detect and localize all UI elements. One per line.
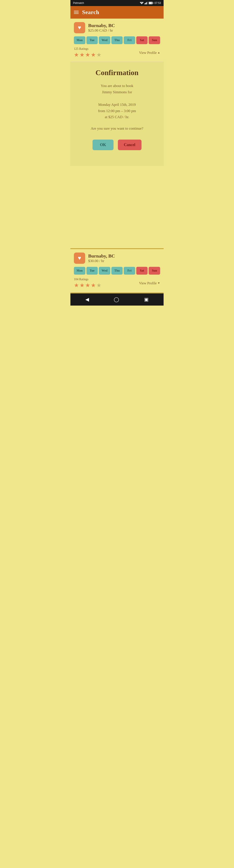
card-1-ratings-left: 125 Ratings ★ ★ ★ ★ ★ xyxy=(74,47,101,58)
card2-star-4: ★ xyxy=(91,282,96,289)
card-1-info: Burnaby, BC $25.00 CAD / hr xyxy=(88,23,115,33)
card-1-view-profile-label: View Profile xyxy=(139,51,157,55)
hamburger-line2 xyxy=(74,12,79,12)
card2-day-btn-tue[interactable]: Tue xyxy=(86,267,98,275)
card-1-location: Burnaby, BC xyxy=(88,23,115,28)
card2-day-btn-fri[interactable]: Fri xyxy=(124,267,135,275)
star-1: ★ xyxy=(74,52,79,58)
app-name: Petmatch xyxy=(73,1,84,4)
day-btn-sun[interactable]: Sun xyxy=(149,36,160,44)
card-2-view-profile-button[interactable]: View Profile ▼ xyxy=(139,281,160,285)
nav-back-button[interactable]: ◀ xyxy=(85,297,89,302)
status-icons: 07:53 xyxy=(140,1,161,4)
day-btn-fri[interactable]: Fri xyxy=(124,36,135,44)
day-btn-tue[interactable]: Tue xyxy=(86,36,98,44)
card2-star-2: ★ xyxy=(80,282,85,289)
card-2-location: Burnaby, BC xyxy=(88,253,115,259)
card-2-ratings-count: 104 Ratings xyxy=(74,278,101,281)
svg-rect-9 xyxy=(152,3,153,3)
hamburger-line3 xyxy=(74,13,79,14)
confirmation-line5: at $25 CAD / hr. xyxy=(105,115,129,119)
card2-view-profile-arrow-icon: ▼ xyxy=(157,282,160,285)
cancel-button[interactable]: Cancel xyxy=(118,140,142,150)
card-1-price: $25.00 CAD / hr xyxy=(88,28,115,33)
card-1-stars: ★ ★ ★ ★ ★ xyxy=(74,52,101,58)
confirmation-line4: from 12:00 pm – 3:00 pm xyxy=(98,109,136,113)
day-btn-sat[interactable]: Sat xyxy=(136,36,148,44)
confirmation-buttons: OK Cancel xyxy=(76,140,158,150)
card-1-header: ♥ Burnaby, BC $25.00 CAD / hr xyxy=(74,22,160,33)
menu-button[interactable] xyxy=(74,11,79,14)
nav-home-button[interactable]: ◯ xyxy=(114,297,119,302)
card2-day-btn-wed[interactable]: Wed xyxy=(99,267,110,275)
star-5: ★ xyxy=(96,52,101,58)
heart-icon-2: ♥ xyxy=(78,255,81,261)
confirmation-body: You are about to book Jimmy Simmons for … xyxy=(76,83,158,120)
card-2-ratings-row: 104 Ratings ★ ★ ★ ★ ★ View Profile ▼ xyxy=(74,278,160,289)
card2-star-3: ★ xyxy=(85,282,90,289)
card-2: ♥ Burnaby, BC $30.00 / hr Mon Tue Wed Th… xyxy=(70,249,164,292)
card-1-ratings-row: 125 Ratings ★ ★ ★ ★ ★ View Profile ▲ xyxy=(74,47,160,58)
svg-rect-6 xyxy=(147,2,148,4)
heart-icon: ♥ xyxy=(78,25,81,31)
day-btn-wed[interactable]: Wed xyxy=(99,36,110,44)
nav-bar: ◀ ◯ ▣ xyxy=(70,293,164,306)
confirmation-line1: You are about to book xyxy=(101,84,133,88)
card2-day-btn-thu[interactable]: Thu xyxy=(111,267,123,275)
star-2: ★ xyxy=(80,52,85,58)
signal-icon xyxy=(145,2,148,4)
card2-day-btn-mon[interactable]: Mon xyxy=(74,267,85,275)
card-2-ratings-left: 104 Ratings ★ ★ ★ ★ ★ xyxy=(74,278,101,289)
card2-day-btn-sun[interactable]: Sun xyxy=(149,267,160,275)
card-2-view-profile-label: View Profile xyxy=(139,281,157,285)
nav-recents-button[interactable]: ▣ xyxy=(144,297,149,302)
day-btn-thu[interactable]: Thu xyxy=(111,36,123,44)
card2-star-1: ★ xyxy=(74,282,79,289)
confirmation-title: Confirmation xyxy=(76,69,158,77)
confirmation-line3: Monday April 15th, 2019 xyxy=(98,102,136,107)
card-2-day-selector: Mon Tue Wed Thu Fri Sat Sun xyxy=(74,267,160,275)
star-4: ★ xyxy=(91,52,96,58)
card2-star-5: ★ xyxy=(96,282,101,289)
card-1: ♥ Burnaby, BC $25.00 CAD / hr Mon Tue We… xyxy=(70,19,164,62)
card-2-stars: ★ ★ ★ ★ ★ xyxy=(74,282,101,289)
view-profile-arrow-icon: ▲ xyxy=(157,51,160,54)
card-2-price: $30.00 / hr xyxy=(88,259,115,263)
hamburger-line1 xyxy=(74,11,79,11)
card-1-view-profile-button[interactable]: View Profile ▲ xyxy=(139,51,160,55)
star-3: ★ xyxy=(85,52,90,58)
time: 07:53 xyxy=(154,1,161,4)
card-1-ratings-count: 125 Ratings xyxy=(74,47,101,51)
card2-day-btn-sat[interactable]: Sat xyxy=(136,267,148,275)
svg-rect-8 xyxy=(149,2,152,4)
card-2-header: ♥ Burnaby, BC $30.00 / hr xyxy=(74,252,160,264)
svg-rect-4 xyxy=(145,3,146,4)
wifi-icon xyxy=(140,2,143,4)
svg-rect-5 xyxy=(146,2,147,4)
confirmation-question: Are you sure you want to continue? xyxy=(76,125,158,132)
status-bar: Petmatch 07:53 xyxy=(70,0,164,6)
header-title: Search xyxy=(82,9,99,16)
card-1-day-selector: Mon Tue Wed Thu Fri Sat Sun xyxy=(74,36,160,44)
confirmation-line2: Jimmy Simmons for xyxy=(102,90,132,94)
card-2-info: Burnaby, BC $30.00 / hr xyxy=(88,253,115,263)
confirmation-section: Confirmation You are about to book Jimmy… xyxy=(70,62,164,166)
header: Search xyxy=(70,6,164,19)
svg-rect-3 xyxy=(145,3,145,4)
battery-icon xyxy=(149,2,153,4)
day-btn-mon[interactable]: Mon xyxy=(74,36,85,44)
card-2-avatar: ♥ xyxy=(74,252,85,264)
card-1-avatar: ♥ xyxy=(74,22,85,33)
ok-button[interactable]: OK xyxy=(92,140,113,150)
spacer xyxy=(70,166,164,248)
